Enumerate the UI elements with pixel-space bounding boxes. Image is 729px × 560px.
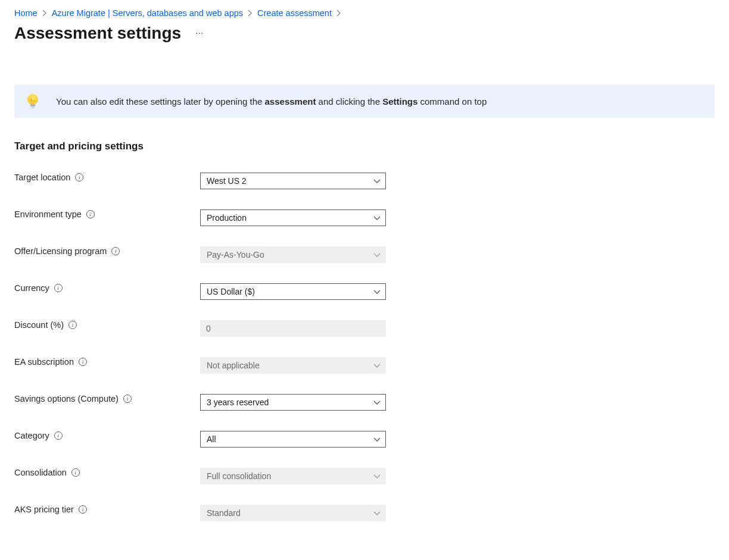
info-icon[interactable]: i: [71, 468, 80, 477]
dropdown-consolidation: Full consolidation: [200, 468, 386, 484]
field-label-text: Category: [14, 431, 49, 440]
tip-banner: You can also edit these settings later b…: [14, 85, 715, 118]
dropdown-value: West US 2: [207, 176, 247, 186]
field-row: Offer/Licensing programiPay-As-You-Go: [14, 246, 715, 263]
info-icon[interactable]: i: [111, 247, 120, 255]
chevron-down-icon: [373, 250, 381, 259]
field-label-text: Savings options (Compute): [14, 394, 119, 403]
info-icon[interactable]: i: [86, 210, 95, 218]
dropdown-value: All: [207, 434, 216, 444]
dropdown-environment-type[interactable]: Production: [200, 209, 386, 226]
chevron-right-icon: [42, 10, 47, 17]
dropdown-ea-subscription: Not applicable: [200, 357, 386, 374]
dropdown-value: US Dollar ($): [207, 287, 255, 296]
field-label-text: Environment type: [14, 209, 82, 219]
dropdown-value: Not applicable: [207, 361, 260, 370]
breadcrumb-link-azure-migrate[interactable]: Azure Migrate | Servers, databases and w…: [52, 8, 243, 18]
field-label: Consolidationi: [14, 468, 200, 477]
dropdown-value: Standard: [207, 508, 241, 518]
dropdown-aks-pricing-tier: Standard: [200, 505, 386, 521]
chevron-down-icon: [373, 398, 381, 407]
info-icon[interactable]: i: [68, 321, 77, 329]
lightbulb-icon: [27, 94, 38, 108]
chevron-down-icon: [373, 287, 381, 296]
field-row: EA subscriptioniNot applicable: [14, 357, 715, 374]
field-label-text: AKS pricing tier: [14, 505, 74, 514]
chevron-down-icon: [373, 434, 381, 444]
field-row: CategoryiAll: [14, 431, 715, 448]
chevron-down-icon: [373, 176, 381, 186]
field-label: Target locationi: [14, 173, 200, 182]
field-label: Savings options (Compute)i: [14, 394, 200, 403]
field-label: Environment typei: [14, 209, 200, 219]
dropdown-offer-licensing-program: Pay-As-You-Go: [200, 246, 386, 263]
page-title: Assessment settings: [14, 24, 181, 43]
field-label-text: Discount (%): [14, 320, 64, 330]
info-icon[interactable]: i: [123, 395, 132, 403]
dropdown-target-location[interactable]: West US 2: [200, 173, 386, 189]
field-row: Environment typeiProduction: [14, 209, 715, 226]
tip-text: You can also edit these settings later b…: [56, 96, 487, 107]
field-label: AKS pricing tieri: [14, 505, 200, 514]
field-label-text: Currency: [14, 283, 49, 293]
breadcrumb-link-home[interactable]: Home: [14, 8, 38, 18]
dropdown-savings-options-compute[interactable]: 3 years reserved: [200, 394, 386, 411]
chevron-down-icon: [373, 471, 381, 481]
field-label-text: Target location: [14, 173, 70, 182]
chevron-right-icon: [248, 10, 253, 17]
info-icon[interactable]: i: [54, 284, 63, 292]
dropdown-value: 3 years reserved: [207, 398, 269, 407]
dropdown-currency[interactable]: US Dollar ($): [200, 283, 386, 300]
field-label: Currencyi: [14, 283, 200, 293]
dropdown-value: Pay-As-You-Go: [207, 250, 264, 259]
field-label-text: Consolidation: [14, 468, 67, 477]
breadcrumb-link-create-assessment[interactable]: Create assessment: [257, 8, 332, 18]
dropdown-value: Full consolidation: [207, 471, 271, 481]
chevron-down-icon: [373, 361, 381, 370]
field-label-text: Offer/Licensing program: [14, 246, 107, 256]
info-icon[interactable]: i: [54, 431, 63, 440]
field-row: ConsolidationiFull consolidation: [14, 468, 715, 484]
more-actions-button[interactable]: ···: [192, 27, 207, 39]
field-row: Target locationiWest US 2: [14, 173, 715, 189]
info-icon[interactable]: i: [79, 358, 87, 366]
dropdown-category[interactable]: All: [200, 431, 386, 448]
field-label: Categoryi: [14, 431, 200, 440]
field-row: CurrencyiUS Dollar ($): [14, 283, 715, 300]
chevron-down-icon: [373, 213, 381, 223]
field-row: Savings options (Compute)i3 years reserv…: [14, 394, 715, 411]
discount-input: [200, 320, 386, 337]
field-row: Discount (%)i: [14, 320, 715, 337]
info-icon[interactable]: i: [75, 173, 83, 182]
chevron-right-icon: [337, 10, 341, 17]
field-label-text: EA subscription: [14, 357, 74, 367]
field-label: EA subscriptioni: [14, 357, 200, 367]
breadcrumb: Home Azure Migrate | Servers, databases …: [14, 8, 715, 18]
field-label: Offer/Licensing programi: [14, 246, 200, 256]
field-label: Discount (%)i: [14, 320, 200, 330]
chevron-down-icon: [373, 508, 381, 518]
info-icon[interactable]: i: [79, 505, 87, 514]
field-row: AKS pricing tieriStandard: [14, 505, 715, 521]
dropdown-value: Production: [207, 213, 247, 223]
section-title-target-pricing: Target and pricing settings: [14, 140, 715, 152]
